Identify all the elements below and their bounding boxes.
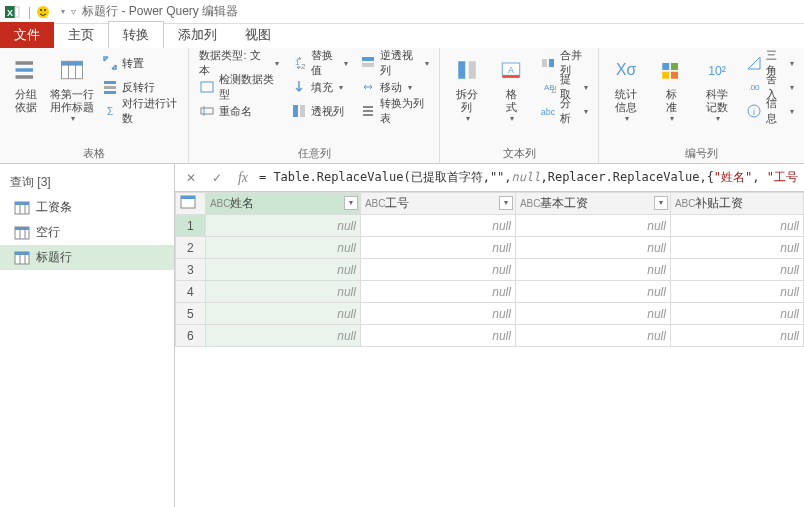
cell[interactable]: null (360, 281, 515, 303)
tab-addcolumn[interactable]: 添加列 (164, 22, 231, 48)
row-number[interactable]: 6 (175, 325, 205, 347)
standard-button[interactable]: 标 准 (651, 52, 693, 125)
cell[interactable]: null (360, 303, 515, 325)
tab-transform[interactable]: 转换 (108, 21, 164, 48)
table-row[interactable]: 2nullnullnullnull (175, 237, 803, 259)
row-number[interactable]: 4 (175, 281, 205, 303)
column-header-0[interactable]: ABC姓名▾ (205, 193, 360, 215)
svg-rect-30 (468, 61, 475, 79)
cell[interactable]: null (670, 215, 803, 237)
formula-text[interactable]: = Table.ReplaceValue(已提取首字符,"",null,Repl… (259, 169, 798, 186)
data-grid[interactable]: ABC姓名▾ ABC工号▾ ABC基本工资▾ ABC补贴工资 1nullnull… (175, 192, 804, 507)
cell[interactable]: null (670, 237, 803, 259)
qat-sep: | (28, 5, 31, 19)
rounding-button[interactable]: .00舍入 (742, 76, 798, 98)
table-icon (14, 201, 30, 215)
column-filter-button[interactable]: ▾ (499, 196, 513, 210)
pivot-button[interactable]: 透视列 (287, 100, 353, 122)
to-list-button[interactable]: 转换为列表 (356, 100, 433, 122)
table-row[interactable]: 6nullnullnullnull (175, 325, 803, 347)
column-header-3[interactable]: ABC补贴工资 (670, 193, 803, 215)
stats-icon: Xσ (610, 54, 642, 86)
fill-button[interactable]: 填充 (287, 76, 353, 98)
query-item-1[interactable]: 空行 (0, 220, 174, 245)
svg-rect-57 (15, 252, 29, 255)
table-row[interactable]: 1nullnullnullnull (175, 215, 803, 237)
cell[interactable]: null (670, 325, 803, 347)
count-rows-button[interactable]: Σ对行进行计数 (98, 100, 183, 122)
format-button[interactable]: A 格 式 (491, 52, 532, 125)
datatype-button[interactable]: 数据类型: 文本 (195, 52, 282, 74)
row-number[interactable]: 1 (175, 215, 205, 237)
extract-button[interactable]: ABC123提取 (536, 76, 592, 98)
column-filter-button[interactable]: ▾ (654, 196, 668, 210)
cell[interactable]: null (360, 237, 515, 259)
cell[interactable]: null (205, 303, 360, 325)
replace-values-button[interactable]: 12替换值 (287, 52, 353, 74)
cell[interactable]: null (670, 281, 803, 303)
tab-view[interactable]: 视图 (231, 22, 285, 48)
cell[interactable]: null (515, 325, 670, 347)
transpose-button[interactable]: 转置 (98, 52, 183, 74)
query-item-0[interactable]: 工资条 (0, 195, 174, 220)
svg-rect-35 (549, 59, 554, 67)
grid-corner[interactable] (175, 193, 205, 215)
statistics-button[interactable]: Xσ 统计 信息 (605, 52, 647, 125)
column-filter-button[interactable]: ▾ (344, 196, 358, 210)
qat-overflow-icon[interactable]: ▿ (71, 6, 76, 17)
fx-icon[interactable]: fx (233, 168, 253, 188)
row-number[interactable]: 2 (175, 237, 205, 259)
query-item-2[interactable]: 标题行 (0, 245, 174, 270)
split-column-button[interactable]: 拆分 列 (446, 52, 487, 125)
cell[interactable]: null (205, 215, 360, 237)
extract-icon: ABC123 (540, 79, 556, 95)
rename-button[interactable]: 重命名 (195, 100, 282, 122)
table-row[interactable]: 4nullnullnullnull (175, 281, 803, 303)
groupby-button[interactable]: 分组 依据 (6, 52, 46, 125)
move-button[interactable]: 移动 (356, 76, 433, 98)
tab-home[interactable]: 主页 (54, 22, 108, 48)
cell[interactable]: null (515, 303, 670, 325)
column-header-2[interactable]: ABC基本工资▾ (515, 193, 670, 215)
merge-columns-button[interactable]: 合并列 (536, 52, 592, 74)
cell[interactable]: null (205, 281, 360, 303)
table-row[interactable]: 3nullnullnullnull (175, 259, 803, 281)
cell[interactable]: null (360, 215, 515, 237)
svg-point-3 (37, 6, 49, 18)
tab-file[interactable]: 文件 (0, 22, 54, 48)
first-row-header-button[interactable]: 将第一行 用作标题 (50, 52, 94, 125)
cell[interactable]: null (360, 259, 515, 281)
cell[interactable]: null (515, 259, 670, 281)
svg-text:2: 2 (301, 62, 306, 71)
trig-icon (746, 55, 762, 71)
trig-button[interactable]: 三角 (742, 52, 798, 74)
cell[interactable]: null (205, 259, 360, 281)
formula-cancel-button[interactable]: ✕ (181, 168, 201, 188)
smiley-icon[interactable] (35, 4, 51, 20)
reverse-rows-button[interactable]: 反转行 (98, 76, 183, 98)
unpivot-button[interactable]: 逆透视列 (356, 52, 433, 74)
row-number[interactable]: 3 (175, 259, 205, 281)
parse-button[interactable]: abc分析 (536, 100, 592, 122)
qat-dropdown-icon[interactable]: ▾ (61, 7, 65, 16)
column-header-1[interactable]: ABC工号▾ (360, 193, 515, 215)
cell[interactable]: null (515, 237, 670, 259)
svg-rect-7 (15, 68, 33, 72)
svg-rect-24 (362, 57, 374, 61)
cell[interactable]: null (205, 237, 360, 259)
info-button[interactable]: i信息 (742, 100, 798, 122)
table-row[interactable]: 5nullnullnullnull (175, 303, 803, 325)
cell[interactable]: null (515, 215, 670, 237)
cell[interactable]: null (670, 259, 803, 281)
detect-datatype-button[interactable]: 检测数据类型 (195, 76, 282, 98)
row-number[interactable]: 5 (175, 303, 205, 325)
cell[interactable]: null (515, 281, 670, 303)
cell[interactable]: null (205, 325, 360, 347)
cell[interactable]: null (360, 325, 515, 347)
group-label-table: 表格 (6, 144, 182, 161)
cell[interactable]: null (670, 303, 803, 325)
scientific-button[interactable]: 10² 科学 记数 (696, 52, 738, 125)
queries-header: 查询 [3] (0, 170, 174, 195)
formula-commit-button[interactable]: ✓ (207, 168, 227, 188)
format-icon: A (495, 54, 527, 86)
